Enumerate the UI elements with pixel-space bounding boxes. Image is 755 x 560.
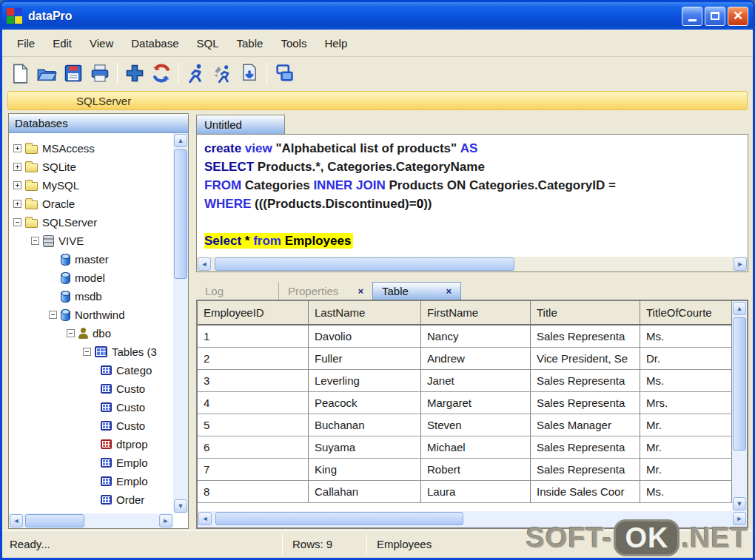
editor-horizontal-scrollbar[interactable]: ◄ ►: [197, 257, 748, 271]
connection-bar[interactable]: SQLServer: [7, 91, 748, 110]
minimize-button[interactable]: [682, 7, 702, 26]
tab-log[interactable]: Log: [196, 282, 279, 300]
table-cell[interactable]: Mr.: [640, 436, 732, 459]
tree-item-dtprop[interactable]: dtprop: [9, 435, 173, 453]
table-cell[interactable]: Inside Sales Coor: [531, 481, 640, 503]
scrollbar-thumb[interactable]: [215, 257, 514, 271]
menu-view[interactable]: View: [81, 33, 122, 54]
table-cell[interactable]: Ms.: [640, 481, 732, 503]
column-header[interactable]: TitleOfCourte: [640, 301, 732, 325]
run-button[interactable]: [183, 60, 209, 87]
column-header[interactable]: EmployeeID: [198, 301, 309, 325]
table-row[interactable]: 5BuchananStevenSales ManagerMr.: [198, 414, 732, 436]
close-tab-icon[interactable]: ×: [358, 286, 363, 297]
tree-vertical-scrollbar[interactable]: ▲ ▼: [173, 133, 188, 513]
table-row[interactable]: 8CallahanLauraInside Sales CoorMs.: [198, 481, 732, 503]
scroll-up-icon[interactable]: ▲: [174, 134, 187, 147]
new-file-button[interactable]: [7, 60, 33, 87]
scrollbar-thumb[interactable]: [733, 317, 746, 451]
maximize-button[interactable]: [705, 7, 725, 26]
tree-item-msdb[interactable]: msdb: [9, 287, 173, 306]
table-cell[interactable]: Buchanan: [309, 414, 421, 436]
tree-item-employees-2[interactable]: Emplo: [9, 472, 173, 490]
sql-editor[interactable]: create view "Alphabetical list of produc…: [196, 134, 748, 272]
scroll-up-icon[interactable]: ▲: [733, 302, 746, 315]
scroll-left-icon[interactable]: ◄: [198, 257, 211, 271]
tree-item-master[interactable]: master: [9, 250, 173, 269]
table-cell[interactable]: Steven: [421, 414, 531, 436]
collapse-minus-icon[interactable]: [83, 348, 91, 356]
tab-table[interactable]: Table×: [372, 282, 461, 300]
table-cell[interactable]: Andrew: [421, 348, 531, 370]
table-row[interactable]: 7KingRobertSales RepresentaMr.: [198, 459, 732, 481]
table-cell[interactable]: Sales Representa: [531, 370, 640, 392]
close-tab-icon[interactable]: ×: [446, 286, 452, 297]
table-cell[interactable]: Margaret: [421, 392, 531, 414]
table-cell[interactable]: 5: [198, 414, 309, 436]
table-cell[interactable]: Sales Representa: [531, 459, 640, 481]
table-cell[interactable]: Nancy: [421, 325, 531, 348]
open-button[interactable]: [33, 60, 60, 87]
table-cell[interactable]: Sales Manager: [531, 414, 640, 436]
table-cell[interactable]: Suyama: [309, 436, 421, 459]
table-cell[interactable]: 3: [198, 370, 309, 392]
editor-tab-untitled[interactable]: Untitled: [196, 115, 285, 134]
table-cell[interactable]: 7: [198, 459, 309, 481]
scroll-down-icon[interactable]: ▼: [174, 499, 187, 513]
tree-item-oracle[interactable]: Oracle: [9, 195, 173, 213]
run-script-button[interactable]: [209, 60, 236, 87]
table-cell[interactable]: Michael: [421, 436, 531, 459]
table-cell[interactable]: Davolio: [309, 325, 421, 348]
tree-item-mysql[interactable]: MySQL: [9, 176, 173, 195]
expand-plus-icon[interactable]: [13, 144, 21, 152]
scroll-left-icon[interactable]: ◄: [198, 512, 212, 525]
table-cell[interactable]: Sales Representa: [531, 436, 640, 459]
tree-item-customers-2[interactable]: Custo: [9, 398, 173, 416]
close-button[interactable]: ✕: [728, 7, 748, 26]
scroll-down-icon[interactable]: ▼: [733, 497, 746, 510]
menu-file[interactable]: File: [8, 33, 44, 54]
table-cell[interactable]: Peacock: [309, 392, 421, 414]
scrollbar-thumb[interactable]: [215, 512, 463, 525]
export-button[interactable]: [236, 60, 263, 87]
add-connection-button[interactable]: [121, 60, 148, 87]
tree-item-sqlserver[interactable]: SQLServer: [9, 213, 173, 232]
scrollbar-thumb[interactable]: [174, 149, 187, 279]
tree-item-customers[interactable]: Custo: [9, 379, 173, 398]
tab-properties[interactable]: Properties×: [279, 282, 372, 300]
table-cell[interactable]: 2: [198, 348, 309, 370]
table-cell[interactable]: 4: [198, 392, 309, 414]
table-row[interactable]: 1DavolioNancySales RepresentaMs.: [198, 325, 732, 348]
tree-item-tables[interactable]: Tables (3: [9, 343, 173, 361]
scroll-right-icon[interactable]: ►: [159, 514, 172, 527]
tree-item-orders[interactable]: Order: [9, 490, 173, 509]
table-cell[interactable]: King: [309, 459, 421, 481]
column-header[interactable]: FirstName: [421, 301, 531, 325]
table-cell[interactable]: Fuller: [309, 348, 421, 370]
table-cell[interactable]: Mr.: [640, 414, 732, 436]
tree-item-model[interactable]: model: [9, 269, 173, 287]
refresh-button[interactable]: [148, 60, 175, 87]
tree-item-msaccess[interactable]: MSAccess: [9, 139, 173, 158]
table-row[interactable]: 4PeacockMargaretSales RepresentaMrs.: [198, 392, 732, 414]
collapse-minus-icon[interactable]: [67, 329, 75, 337]
table-cell[interactable]: Vice President, Se: [531, 348, 640, 370]
table-cell[interactable]: Robert: [421, 459, 531, 481]
table-cell[interactable]: Leverling: [309, 370, 421, 392]
menu-table[interactable]: Table: [228, 33, 272, 54]
scroll-right-icon[interactable]: ►: [734, 257, 747, 271]
grid-vertical-scrollbar[interactable]: ▲ ▼: [732, 301, 747, 511]
collapse-minus-icon[interactable]: [49, 311, 57, 319]
tree-item-categories[interactable]: Catego: [9, 361, 173, 379]
table-row[interactable]: 3LeverlingJanetSales RepresentaMs.: [198, 370, 732, 392]
menu-sql[interactable]: SQL: [188, 33, 228, 54]
expand-plus-icon[interactable]: [13, 200, 21, 208]
save-button[interactable]: [60, 60, 87, 87]
table-cell[interactable]: Ms.: [640, 325, 732, 348]
sql-code[interactable]: create view "Alphabetical list of produc…: [197, 135, 748, 255]
cascade-windows-button[interactable]: [271, 60, 298, 87]
table-cell[interactable]: Sales Representa: [531, 392, 640, 414]
column-header[interactable]: Title: [531, 301, 640, 325]
table-row[interactable]: 6SuyamaMichaelSales RepresentaMr.: [198, 436, 732, 459]
tree-item-sqlite[interactable]: SQLite: [9, 158, 173, 176]
